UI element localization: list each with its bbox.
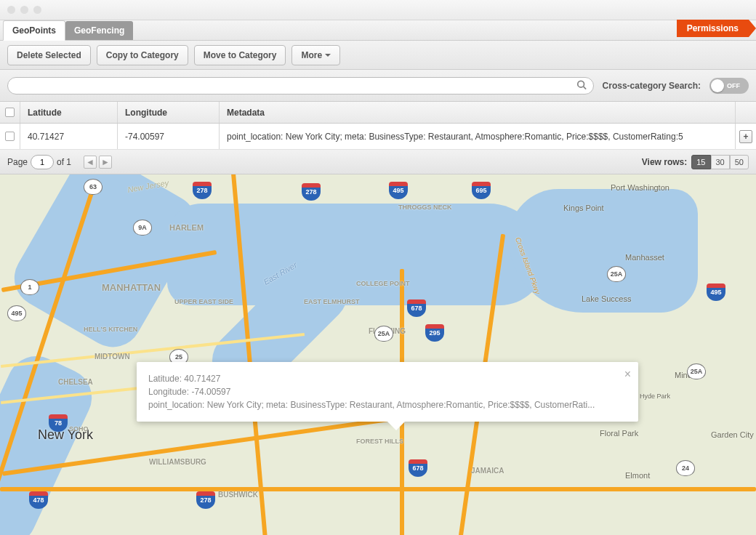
- popup-lon: Longitude: -74.00597: [148, 385, 627, 398]
- select-all-checkbox[interactable]: [5, 108, 15, 117]
- shield-25a-2: 25A: [607, 266, 626, 282]
- cell-latitude: 40.71427: [20, 124, 118, 149]
- rows-options: 15 30 50: [691, 155, 749, 169]
- map-popup: × Latitude: 40.71427 Longitude: -74.0059…: [137, 362, 638, 422]
- cross-category-toggle[interactable]: OFF: [709, 78, 749, 94]
- toolbar: Delete Selected Copy to Category Move to…: [0, 41, 756, 70]
- shield-478: 478: [29, 491, 48, 509]
- label-hydepark: Hyde Park: [640, 393, 670, 400]
- label-kingspoint: Kings Point: [563, 204, 604, 212]
- tab-geopoints[interactable]: GeoPoints: [3, 20, 65, 41]
- shield-678b: 678: [409, 459, 427, 477]
- shield-295: 295: [425, 324, 444, 342]
- shield-i495: 495: [389, 182, 408, 199]
- label-bushwick: BUSHWICK: [218, 491, 258, 499]
- shield-i278: 278: [302, 183, 321, 201]
- map-view[interactable]: New York HARLEM MANHATTAN UPPER EAST SID…: [0, 174, 756, 535]
- popup-tail-icon: [387, 422, 405, 430]
- shield-24: 24: [676, 460, 695, 476]
- label-gardencity: Garden City: [711, 430, 754, 439]
- label-floralpark: Floral Park: [600, 429, 638, 438]
- row-checkbox[interactable]: [5, 132, 15, 141]
- label-manhasset: Manhasset: [625, 253, 664, 262]
- popup-lat: Latitude: 40.71427: [148, 372, 627, 385]
- label-chelsea: CHELSEA: [58, 378, 93, 386]
- cross-category-label: Cross-category Search:: [603, 81, 701, 91]
- shield-25a: 25A: [374, 326, 393, 342]
- tab-geofencing[interactable]: GeoFencing: [65, 21, 133, 40]
- tabs: GeoPoints GeoFencing: [0, 20, 133, 40]
- next-page-button[interactable]: ►: [99, 156, 112, 169]
- page-label: Page: [7, 157, 28, 167]
- popup-meta: point_location: New York City; meta: Bus…: [148, 398, 627, 411]
- header-latitude[interactable]: Latitude: [20, 102, 118, 123]
- header-longitude[interactable]: Longitude: [118, 102, 220, 123]
- prev-page-button[interactable]: ◄: [84, 156, 97, 169]
- shield-9a: 9A: [133, 220, 152, 236]
- page-of-label: of 1: [57, 157, 71, 167]
- rows-50[interactable]: 50: [730, 155, 749, 169]
- add-row-button[interactable]: +: [739, 130, 752, 143]
- table-header: Latitude Longitude Metadata: [0, 102, 756, 124]
- search-icon[interactable]: [576, 79, 587, 92]
- shield-i78: 78: [49, 414, 68, 432]
- close-window-dot[interactable]: [7, 6, 15, 14]
- toggle-state: OFF: [727, 82, 740, 89]
- label-jamaica: JAMAICA: [471, 467, 504, 475]
- label-foresthills: FOREST HILLS: [356, 438, 403, 445]
- rows-30[interactable]: 30: [711, 155, 730, 169]
- header-bar: GeoPoints GeoFencing Permissions: [0, 20, 756, 41]
- popup-close-button[interactable]: ×: [624, 368, 631, 381]
- rows-15[interactable]: 15: [691, 155, 710, 169]
- search-wrap: [7, 77, 594, 94]
- label-ues: UPPER EAST SIDE: [174, 298, 233, 305]
- label-midtown: MIDTOWN: [94, 353, 130, 361]
- window-titlebar: [0, 0, 756, 20]
- shield-63: 63: [84, 179, 102, 195]
- pager: Page of 1 ◄ ► View rows: 15 30 50: [0, 150, 756, 174]
- label-portwashington: Port Washington: [611, 183, 669, 192]
- move-to-category-button[interactable]: Move to Category: [194, 45, 286, 65]
- delete-selected-button[interactable]: Delete Selected: [7, 45, 91, 65]
- label-lakesuccess: Lake Success: [582, 294, 631, 303]
- permissions-label: Permissions: [677, 20, 749, 37]
- header-metadata[interactable]: Metadata: [220, 102, 736, 123]
- shield-25a-3: 25A: [687, 363, 706, 379]
- label-williamsburg: WILLIAMSBURG: [149, 458, 206, 466]
- permissions-button[interactable]: Permissions: [677, 20, 756, 37]
- shield-695: 695: [472, 182, 491, 199]
- label-elmhurst: EAST ELMHURST: [304, 298, 360, 305]
- search-bar: Cross-category Search: OFF: [0, 70, 756, 102]
- cell-longitude: -74.00597: [118, 124, 220, 149]
- table-row[interactable]: 40.71427 -74.00597 point_location: New Y…: [0, 124, 756, 150]
- page-input[interactable]: [31, 155, 54, 169]
- label-hells: HELL'S KITCHEN: [84, 326, 137, 333]
- label-collegepoint: COLLEGE POINT: [356, 280, 410, 287]
- select-all-cell: [0, 102, 20, 123]
- cell-metadata: point_location: New York City; meta: Bus…: [220, 124, 736, 149]
- minimize-window-dot[interactable]: [20, 6, 28, 14]
- shield-495w: 495: [7, 305, 26, 321]
- svg-point-0: [577, 81, 584, 87]
- label-harlem: HARLEM: [169, 223, 204, 232]
- copy-to-category-button[interactable]: Copy to Category: [97, 45, 188, 65]
- label-elmont: Elmont: [625, 471, 650, 480]
- label-throggs: THROGGS NECK: [398, 204, 452, 211]
- toggle-knob: [711, 79, 724, 92]
- label-soho: SOHO: [69, 425, 89, 433]
- permissions-arrow-icon: [749, 20, 756, 37]
- more-button[interactable]: More: [291, 45, 340, 65]
- view-rows-label: View rows:: [642, 157, 687, 167]
- label-manhattan: MANHATTAN: [102, 282, 161, 293]
- svg-line-1: [583, 87, 586, 89]
- zoom-window-dot[interactable]: [33, 6, 41, 14]
- search-input[interactable]: [7, 77, 594, 94]
- shield-1: 1: [20, 279, 39, 295]
- shield-278b: 278: [196, 491, 215, 509]
- chevron-down-icon: [325, 54, 331, 57]
- shield-278a: 278: [193, 182, 212, 199]
- shield-495e: 495: [707, 283, 725, 301]
- more-label: More: [301, 50, 322, 60]
- shield-678a: 678: [407, 299, 426, 317]
